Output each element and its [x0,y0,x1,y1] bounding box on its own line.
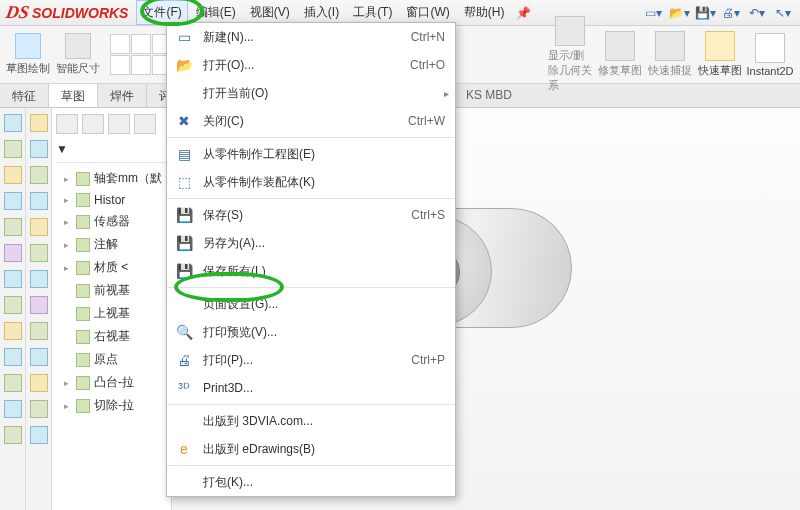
file-print[interactable]: 🖨 打印(P)... Ctrl+P [167,346,455,374]
edrawings-icon: e [173,441,195,457]
tree-boss[interactable]: 凸台-拉 [56,371,171,394]
tool-sketch[interactable]: 草图绘制 [6,33,50,76]
print-icon: 🖨 [173,352,195,368]
file-publish-3dvia[interactable]: 出版到 3DVIA.com... [167,407,455,435]
file-page-setup[interactable]: 页面设置(G)... [167,290,455,318]
shape-poly-icon[interactable] [131,55,151,75]
file-print3d[interactable]: ³ᴰ Print3D... [167,374,455,402]
shape-rect-icon[interactable] [110,55,130,75]
lt1-icon-9[interactable] [4,322,22,340]
tab-feature[interactable]: 特征 [0,84,49,107]
file-print-preview[interactable]: 🔍 打印预览(V)... [167,318,455,346]
lt2-icon-11[interactable] [30,374,48,392]
lt2-icon-5[interactable] [30,218,48,236]
tab-mbd[interactable]: KS MBD [456,84,522,107]
file-close[interactable]: ✖ 关闭(C) Ctrl+W [167,107,455,135]
lt1-icon-12[interactable] [4,400,22,418]
lt2-icon-9[interactable] [30,322,48,340]
file-make-drawing[interactable]: ▤ 从零件制作工程图(E) [167,140,455,168]
tab-weld[interactable]: 焊件 [98,84,147,107]
qat-select-icon[interactable]: ↖▾ [772,2,794,24]
lt1-icon-2[interactable] [4,140,22,158]
tree-origin[interactable]: 原点 [56,348,171,371]
tool-smartdim-label: 智能尺寸 [56,61,100,76]
shape-line-icon[interactable] [110,34,130,54]
lt1-icon-1[interactable] [4,114,22,132]
tree-tab-1[interactable] [56,114,78,134]
qat-print-icon[interactable]: 🖨▾ [720,2,742,24]
quick-access-toolbar: ▭▾ 📂▾ 💾▾ 🖨▾ ↶▾ ↖▾ [642,2,794,24]
lt1-icon-3[interactable] [4,166,22,184]
tree-front[interactable]: 前视基 [56,279,171,302]
lt2-icon-7[interactable] [30,270,48,288]
logo-ds-icon: DS [4,2,31,23]
file-new[interactable]: ▭ 新建(N)... Ctrl+N [167,23,455,51]
tree-filter-icon[interactable]: ▼ [56,142,171,156]
lt2-icon-10[interactable] [30,348,48,366]
lt2-icon-6[interactable] [30,244,48,262]
tool-smart-dim[interactable]: 智能尺寸 [56,33,100,76]
file-open[interactable]: 📂 打开(O)... Ctrl+O [167,51,455,79]
lt1-icon-5[interactable] [4,218,22,236]
lt2-icon-1[interactable] [30,114,48,132]
rib-instant2d-label: Instant2D [746,65,793,77]
tree-material[interactable]: 材质 < [56,256,171,279]
lt2-icon-13[interactable] [30,426,48,444]
qat-save-icon[interactable]: 💾▾ [694,2,716,24]
lt2-icon-2[interactable] [30,140,48,158]
tree-history[interactable]: Histor [56,190,171,210]
make-drawing-icon: ▤ [173,146,195,162]
file-menu-dropdown: ▭ 新建(N)... Ctrl+N 📂 打开(O)... Ctrl+O 打开当前… [166,22,456,497]
rib-quick-sketch-label: 快速草图 [698,63,742,78]
file-open-recent[interactable]: 打开当前(O) [167,79,455,107]
lt2-icon-8[interactable] [30,296,48,314]
shape-arc-icon[interactable] [131,34,151,54]
lt1-icon-13[interactable] [4,426,22,444]
save-as-icon: 💾 [173,235,195,251]
lt1-icon-8[interactable] [4,296,22,314]
pin-icon[interactable]: 📌 [516,6,531,20]
ribbon-right: 显示/删除几何关系 修复草图 快速捕捉 快速草图 Instant2D [540,26,800,83]
rib-show-delete-label: 显示/删除几何关系 [548,48,592,93]
tree-sensors[interactable]: 传感器 [56,210,171,233]
tree-annotations[interactable]: 注解 [56,233,171,256]
menu-help[interactable]: 帮助(H) [458,0,511,25]
print3d-icon: ³ᴰ [173,380,195,396]
lt1-icon-6[interactable] [4,244,22,262]
tree-right[interactable]: 右视基 [56,325,171,348]
lt2-icon-12[interactable] [30,400,48,418]
file-pack-and-go[interactable]: 打包(K)... [167,468,455,496]
save-all-icon: 💾 [173,263,195,279]
file-save-as[interactable]: 💾 另存为(A)... [167,229,455,257]
file-publish-edrawings[interactable]: e 出版到 eDrawings(B) [167,435,455,463]
logo-text: SOLIDWORKS [32,5,128,21]
qat-undo-icon[interactable]: ↶▾ [746,2,768,24]
print-preview-icon: 🔍 [173,324,195,340]
rib-show-delete[interactable]: 显示/删除几何关系 [548,16,592,93]
new-icon: ▭ [173,29,195,45]
tree-root[interactable]: 轴套mm（默 [56,167,171,190]
rib-instant2d[interactable]: Instant2D [748,33,792,77]
tree-tab-2[interactable] [82,114,104,134]
lt1-icon-10[interactable] [4,348,22,366]
close-icon: ✖ [173,113,195,129]
tab-sketch[interactable]: 草图 [49,84,98,107]
save-icon: 💾 [173,207,195,223]
file-save-all[interactable]: 💾 保存所有(L) [167,257,455,285]
tree-cut[interactable]: 切除-拉 [56,394,171,417]
tree-tab-4[interactable] [134,114,156,134]
tree-top[interactable]: 上视基 [56,302,171,325]
rib-quick-snap[interactable]: 快速捕捉 [648,31,692,78]
qat-new-icon[interactable]: ▭▾ [642,2,664,24]
file-save[interactable]: 💾 保存(S) Ctrl+S [167,201,455,229]
qat-open-icon[interactable]: 📂▾ [668,2,690,24]
lt2-icon-3[interactable] [30,166,48,184]
tree-tab-3[interactable] [108,114,130,134]
lt1-icon-7[interactable] [4,270,22,288]
lt1-icon-11[interactable] [4,374,22,392]
file-make-assembly[interactable]: ⬚ 从零件制作装配体(K) [167,168,455,196]
rib-quick-sketch[interactable]: 快速草图 [698,31,742,78]
lt1-icon-4[interactable] [4,192,22,210]
lt2-icon-4[interactable] [30,192,48,210]
rib-repair[interactable]: 修复草图 [598,31,642,78]
